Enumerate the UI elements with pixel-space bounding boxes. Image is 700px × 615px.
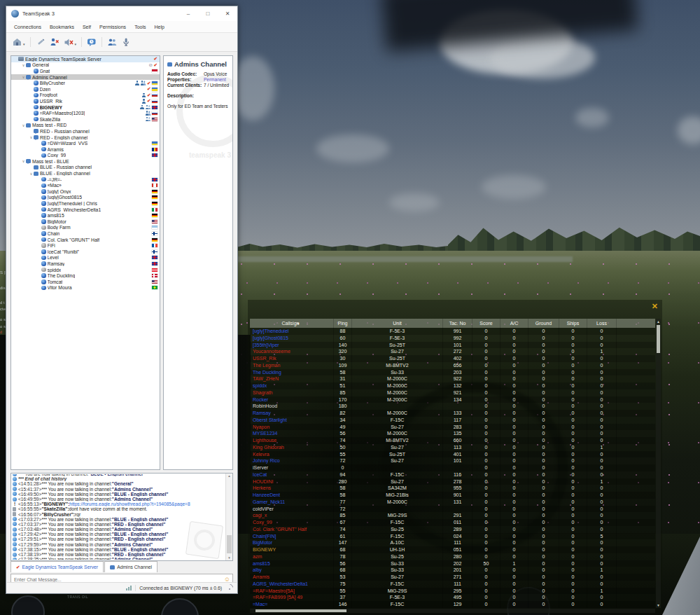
column-header-unit[interactable]: Unit — [352, 319, 443, 328]
tree-row-client[interactable]: [ugly] Onyx — [11, 188, 160, 195]
scroll-up-icon[interactable]: ▲ — [226, 474, 232, 478]
tree-row-client[interactable]: AGRS_WinchesterDelta1 — [11, 207, 160, 213]
mute-microphone-button[interactable] — [48, 36, 61, 48]
score-row[interactable]: Kelevra55Su-25T40100000 — [250, 451, 655, 458]
score-row[interactable]: BIGNEWY68UH-1H05100000 — [250, 546, 655, 553]
dropdown-caret-icon[interactable]: ▾ — [23, 42, 25, 46]
tree-row-server[interactable]: Eagle Dynamics TeamSpeak Server — [11, 56, 160, 62]
tree-row-client[interactable]: BIGNEWY — [11, 104, 160, 111]
scrollbar-thumb[interactable] — [657, 325, 660, 353]
score-row[interactable]: The Duckling58Su-3320300000 — [250, 369, 655, 376]
score-row[interactable]: Coxy_9967F-15C01100000 — [250, 519, 655, 526]
score-row[interactable]: coldViPer7200000 — [250, 506, 655, 513]
tree-row-client[interactable]: Col. Clark "GRUNT" Half — [11, 237, 160, 243]
tree-row-client[interactable]: Chain — [11, 230, 160, 237]
column-header-score[interactable]: Score — [472, 319, 500, 328]
tree-row-client[interactable]: Ramsay — [11, 261, 160, 267]
tree-row-client[interactable]: The Duckling — [11, 272, 160, 279]
column-header-ground[interactable]: Ground — [528, 319, 559, 328]
expander-icon[interactable]: ∨ — [21, 63, 26, 67]
contacts-chat-button[interactable] — [85, 36, 98, 48]
score-row[interactable]: =RAF=Maestro[5A]55MiG-29S29500001 — [250, 588, 655, 595]
dropdown-caret-icon[interactable]: ▾ — [75, 42, 77, 46]
tree-row-channel[interactable]: ∨Mass test - RED — [11, 123, 160, 129]
tree-row-client[interactable]: Level — [11, 255, 160, 261]
score-row[interactable]: MYSE123456M-2000C13500000 — [250, 430, 655, 437]
microphone-test-button[interactable] — [120, 36, 132, 48]
maximize-button[interactable]: □ — [198, 6, 218, 21]
score-row[interactable]: King Ghidorah50Su-2711300001 — [250, 444, 655, 451]
scroll-down-icon[interactable]: ▼ — [226, 556, 232, 560]
score-row[interactable]: [ugly]Ghost081560F-5E-399200000 — [250, 335, 655, 342]
score-row[interactable]: [ugly]Theneduiel88F-5E-399100000 — [250, 328, 655, 335]
score-row[interactable]: Nyapon49Su-2728300000 — [250, 424, 655, 431]
score-row[interactable]: spiddx51M-2000C13200000 — [250, 382, 655, 389]
column-header-loss[interactable]: Loss — [587, 319, 617, 328]
score-row[interactable]: USSR_Rik30Su-25T40200000 — [250, 355, 655, 362]
mute-speakers-button[interactable] — [62, 36, 75, 48]
tree-row-client[interactable]: BillyCrusher — [11, 80, 160, 86]
scrollbar-thumb[interactable] — [255, 609, 346, 612]
score-table-header[interactable]: Callsign▾PingUnitTac. NoScoreA/CGroundSh… — [250, 319, 655, 328]
scrollbar-thumb[interactable] — [227, 535, 232, 553]
tree-row-channel[interactable]: ∨Mass test - BLUE — [11, 158, 160, 165]
tree-row-client[interactable]: Dzen — [11, 86, 160, 92]
score-row[interactable]: azm78Su-2528000000 — [250, 553, 655, 560]
score-row[interactable]: Johnny Rico72Su-2710100000 — [250, 457, 655, 464]
tree-row-client[interactable]: «Mac» — [11, 182, 160, 188]
chat-message-input[interactable] — [11, 577, 224, 582]
column-header-ping[interactable]: Ping — [334, 319, 352, 328]
tree-row-client[interactable]: SkateZilla — [11, 116, 160, 123]
tree-row-client[interactable]: USSR_Rik — [11, 98, 160, 104]
score-row[interactable]: Gamer_Nick1177M-2000C13100000 — [250, 499, 655, 506]
vertical-scrollbar[interactable]: ▲ ▼ — [656, 319, 661, 608]
score-row[interactable]: HanzeeDent58MiG-21Bis90100000 — [250, 492, 655, 499]
tree-row-client[interactable]: =DW=Wizard_VVS — [11, 140, 160, 146]
score-row[interactable]: IceCat94F-15C11600000 — [250, 471, 655, 478]
menu-item-self[interactable]: Self — [79, 23, 94, 31]
scroll-down-icon[interactable]: ▼ — [656, 602, 661, 608]
tree-row-client[interactable]: FiFi_ — [11, 242, 160, 249]
chat-link[interactable]: https://forums.eagle.ru/showthread.php?t… — [69, 502, 190, 506]
score-row[interactable]: alby68Su-3320100001 — [250, 567, 655, 574]
expander-icon[interactable]: ∨ — [29, 172, 34, 176]
score-row[interactable]: Herkens58SA342M95500000 — [250, 485, 655, 492]
score-row[interactable]: The Legman109Mi-8MTV265600000 — [250, 362, 655, 369]
tree-row-channel[interactable]: ∨BLUE - English channel — [11, 170, 160, 177]
score-row[interactable]: Ramsay82M-2000C13300000 — [250, 410, 655, 417]
score-row[interactable]: Shagrath85M-2000C92100000 — [250, 389, 655, 396]
connect-button[interactable] — [10, 36, 23, 48]
score-row[interactable]: ams81556Su-33202501000 — [250, 560, 655, 567]
expander-icon[interactable]: ∨ — [29, 135, 34, 139]
score-row[interactable]: Chain[FIN]61F-15C02400005 — [250, 533, 655, 540]
score-row[interactable]: BigMotor147A-10C11100000 — [250, 539, 655, 546]
title-bar[interactable]: TeamSpeak 3 – □ ✕ — [6, 6, 237, 21]
away-pencil-button[interactable] — [34, 36, 47, 48]
column-header-callsign[interactable]: Callsign▾ — [250, 319, 334, 328]
score-row[interactable]: Rocker170M-2000C13400000 — [250, 396, 655, 403]
tree-row-client[interactable]: IceCat "Runibl" — [11, 249, 160, 255]
scroll-up-icon[interactable]: ▲ — [656, 319, 661, 324]
tree-row-channel[interactable]: ∨RED - English channel — [11, 134, 160, 141]
tree-row-channel[interactable]: ∨Admins Channel — [11, 74, 160, 81]
score-row[interactable]: Youcannotseeme320Su-2727200001 — [250, 348, 655, 355]
score-row[interactable]: cagi_x85MiG-29S29100000 — [250, 512, 655, 519]
column-header-a-c[interactable]: A/C — [500, 319, 528, 328]
horizontal-scrollbar[interactable] — [250, 609, 655, 613]
column-header-tac-no[interactable]: Tac. No — [443, 319, 472, 328]
score-row[interactable]: iServer000000 — [250, 464, 655, 471]
tree-row-client[interactable]: Arramis — [11, 146, 160, 153]
tab-server[interactable]: Eagle Dynamics TeamSpeak Server — [10, 561, 104, 572]
score-row[interactable]: HOUDINI280Su-2727800001 — [250, 478, 655, 485]
close-button[interactable]: ✕ — [218, 6, 237, 21]
tree-row-client[interactable]: ams815 — [11, 212, 160, 219]
tree-row-client[interactable]: Tomcat — [11, 279, 160, 285]
score-row[interactable]: RobinHood18000000 — [250, 403, 655, 410]
tree-row-client[interactable]: BigMotor — [11, 219, 160, 225]
chat-scrollbar[interactable]: ▲ ▼ — [225, 474, 232, 560]
tree-row-client[interactable]: [ugly]Theneduiel | Chris — [11, 200, 160, 207]
channel-clients-button[interactable] — [106, 36, 118, 48]
score-row[interactable]: [355th]Viper140Su-25T10100000 — [250, 342, 655, 349]
score-row[interactable]: AGRS_WinchesterDelta175F-15C11100000 — [250, 581, 655, 588]
tree-row-client[interactable]: Frogfoot — [11, 92, 160, 99]
